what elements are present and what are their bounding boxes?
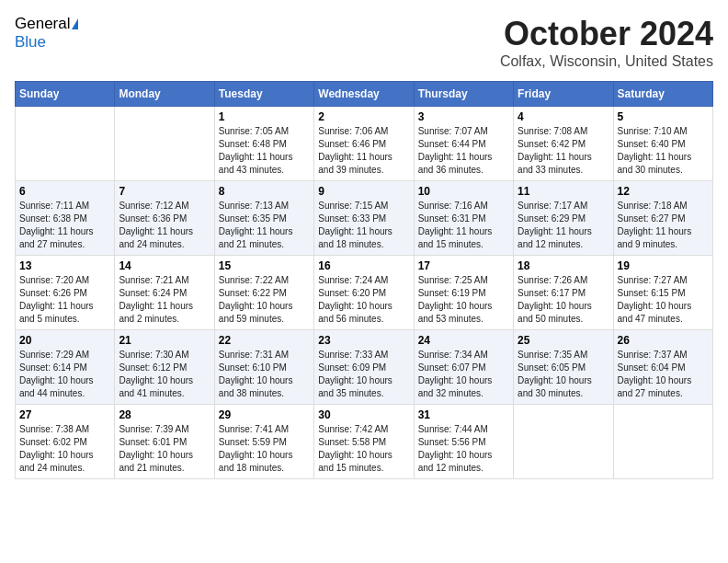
- day-number: 16: [318, 259, 409, 272]
- day-number: 21: [119, 334, 210, 347]
- day-cell: 9Sunrise: 7:15 AM Sunset: 6:33 PM Daylig…: [314, 181, 414, 256]
- day-cell: 31Sunrise: 7:44 AM Sunset: 5:56 PM Dayli…: [414, 405, 513, 479]
- day-info: Sunrise: 7:34 AM Sunset: 6:07 PM Dayligh…: [418, 349, 509, 400]
- day-cell: 22Sunrise: 7:31 AM Sunset: 6:10 PM Dayli…: [214, 330, 313, 405]
- day-cell: 23Sunrise: 7:33 AM Sunset: 6:09 PM Dayli…: [314, 330, 414, 405]
- logo-triangle-icon: [72, 18, 78, 29]
- day-info: Sunrise: 7:21 AM Sunset: 6:24 PM Dayligh…: [119, 274, 210, 326]
- day-cell: 28Sunrise: 7:39 AM Sunset: 6:01 PM Dayli…: [115, 405, 214, 479]
- day-cell: [16, 107, 115, 181]
- day-number: 4: [518, 110, 609, 123]
- day-cell: 25Sunrise: 7:35 AM Sunset: 6:05 PM Dayli…: [514, 330, 613, 405]
- day-number: 6: [19, 185, 110, 198]
- header-cell-friday: Friday: [514, 82, 613, 107]
- day-number: 25: [518, 334, 609, 347]
- day-number: 14: [119, 259, 210, 272]
- logo-blue-text: Blue: [15, 33, 78, 52]
- title-block: October 2024 Colfax, Wisconsin, United S…: [500, 15, 713, 70]
- day-cell: 1Sunrise: 7:05 AM Sunset: 6:48 PM Daylig…: [214, 107, 313, 181]
- day-info: Sunrise: 7:16 AM Sunset: 6:31 PM Dayligh…: [418, 200, 509, 251]
- day-cell: 16Sunrise: 7:24 AM Sunset: 6:20 PM Dayli…: [314, 256, 414, 330]
- header-cell-wednesday: Wednesday: [314, 82, 414, 107]
- day-info: Sunrise: 7:12 AM Sunset: 6:36 PM Dayligh…: [119, 200, 210, 251]
- day-number: 23: [318, 334, 409, 347]
- day-cell: [613, 405, 712, 479]
- day-cell: 15Sunrise: 7:22 AM Sunset: 6:22 PM Dayli…: [214, 256, 313, 330]
- day-cell: 5Sunrise: 7:10 AM Sunset: 6:40 PM Daylig…: [613, 107, 712, 181]
- day-info: Sunrise: 7:29 AM Sunset: 6:14 PM Dayligh…: [19, 349, 110, 400]
- day-number: 28: [119, 408, 210, 421]
- week-row-2: 6Sunrise: 7:11 AM Sunset: 6:38 PM Daylig…: [16, 181, 713, 256]
- day-number: 10: [418, 185, 509, 198]
- week-row-3: 13Sunrise: 7:20 AM Sunset: 6:26 PM Dayli…: [16, 256, 713, 330]
- day-info: Sunrise: 7:37 AM Sunset: 6:04 PM Dayligh…: [618, 349, 709, 400]
- day-cell: [514, 405, 613, 479]
- day-cell: 19Sunrise: 7:27 AM Sunset: 6:15 PM Dayli…: [613, 256, 712, 330]
- day-number: 18: [518, 259, 609, 272]
- day-cell: 20Sunrise: 7:29 AM Sunset: 6:14 PM Dayli…: [16, 330, 115, 405]
- day-number: 1: [219, 110, 310, 123]
- day-number: 12: [618, 185, 709, 198]
- day-number: 8: [219, 185, 310, 198]
- day-cell: [115, 107, 214, 181]
- day-cell: 6Sunrise: 7:11 AM Sunset: 6:38 PM Daylig…: [16, 181, 115, 256]
- day-info: Sunrise: 7:26 AM Sunset: 6:17 PM Dayligh…: [518, 274, 609, 326]
- day-info: Sunrise: 7:17 AM Sunset: 6:29 PM Dayligh…: [518, 200, 609, 251]
- calendar-table: SundayMondayTuesdayWednesdayThursdayFrid…: [15, 81, 713, 479]
- day-info: Sunrise: 7:18 AM Sunset: 6:27 PM Dayligh…: [618, 200, 709, 251]
- day-info: Sunrise: 7:31 AM Sunset: 6:10 PM Dayligh…: [219, 349, 310, 400]
- day-cell: 26Sunrise: 7:37 AM Sunset: 6:04 PM Dayli…: [613, 330, 712, 405]
- day-info: Sunrise: 7:35 AM Sunset: 6:05 PM Dayligh…: [518, 349, 609, 400]
- day-cell: 27Sunrise: 7:38 AM Sunset: 6:02 PM Dayli…: [16, 405, 115, 479]
- page-subtitle: Colfax, Wisconsin, United States: [500, 53, 713, 70]
- day-cell: 13Sunrise: 7:20 AM Sunset: 6:26 PM Dayli…: [16, 256, 115, 330]
- day-number: 7: [119, 185, 210, 198]
- day-cell: 10Sunrise: 7:16 AM Sunset: 6:31 PM Dayli…: [414, 181, 513, 256]
- day-info: Sunrise: 7:15 AM Sunset: 6:33 PM Dayligh…: [318, 200, 409, 251]
- day-info: Sunrise: 7:08 AM Sunset: 6:42 PM Dayligh…: [518, 125, 609, 177]
- day-number: 22: [219, 334, 310, 347]
- day-number: 13: [19, 259, 110, 272]
- day-number: 9: [318, 185, 409, 198]
- day-number: 29: [219, 408, 310, 421]
- day-number: 26: [618, 334, 709, 347]
- day-number: 3: [418, 110, 509, 123]
- day-number: 5: [618, 110, 709, 123]
- page-title: October 2024: [500, 15, 713, 53]
- header-cell-thursday: Thursday: [414, 82, 513, 107]
- day-cell: 2Sunrise: 7:06 AM Sunset: 6:46 PM Daylig…: [314, 107, 414, 181]
- day-info: Sunrise: 7:33 AM Sunset: 6:09 PM Dayligh…: [318, 349, 409, 400]
- day-cell: 7Sunrise: 7:12 AM Sunset: 6:36 PM Daylig…: [115, 181, 214, 256]
- day-info: Sunrise: 7:25 AM Sunset: 6:19 PM Dayligh…: [418, 274, 509, 326]
- day-info: Sunrise: 7:07 AM Sunset: 6:44 PM Dayligh…: [418, 125, 509, 177]
- calendar-body: 1Sunrise: 7:05 AM Sunset: 6:48 PM Daylig…: [16, 107, 713, 479]
- header-row: SundayMondayTuesdayWednesdayThursdayFrid…: [16, 82, 713, 107]
- day-info: Sunrise: 7:10 AM Sunset: 6:40 PM Dayligh…: [618, 125, 709, 177]
- day-cell: 21Sunrise: 7:30 AM Sunset: 6:12 PM Dayli…: [115, 330, 214, 405]
- day-cell: 11Sunrise: 7:17 AM Sunset: 6:29 PM Dayli…: [514, 181, 613, 256]
- header-cell-saturday: Saturday: [613, 82, 712, 107]
- week-row-5: 27Sunrise: 7:38 AM Sunset: 6:02 PM Dayli…: [16, 405, 713, 479]
- day-number: 17: [418, 259, 509, 272]
- logo: General Blue: [15, 15, 78, 52]
- logo-general-text: General: [15, 15, 70, 33]
- header-cell-tuesday: Tuesday: [214, 82, 313, 107]
- calendar-header: SundayMondayTuesdayWednesdayThursdayFrid…: [16, 82, 713, 107]
- day-cell: 4Sunrise: 7:08 AM Sunset: 6:42 PM Daylig…: [514, 107, 613, 181]
- week-row-1: 1Sunrise: 7:05 AM Sunset: 6:48 PM Daylig…: [16, 107, 713, 181]
- day-cell: 14Sunrise: 7:21 AM Sunset: 6:24 PM Dayli…: [115, 256, 214, 330]
- day-cell: 12Sunrise: 7:18 AM Sunset: 6:27 PM Dayli…: [613, 181, 712, 256]
- day-info: Sunrise: 7:24 AM Sunset: 6:20 PM Dayligh…: [318, 274, 409, 326]
- day-info: Sunrise: 7:38 AM Sunset: 6:02 PM Dayligh…: [19, 423, 110, 475]
- day-cell: 18Sunrise: 7:26 AM Sunset: 6:17 PM Dayli…: [514, 256, 613, 330]
- day-number: 2: [318, 110, 409, 123]
- day-number: 31: [418, 408, 509, 421]
- day-number: 11: [518, 185, 609, 198]
- day-cell: 24Sunrise: 7:34 AM Sunset: 6:07 PM Dayli…: [414, 330, 513, 405]
- day-cell: 17Sunrise: 7:25 AM Sunset: 6:19 PM Dayli…: [414, 256, 513, 330]
- day-cell: 8Sunrise: 7:13 AM Sunset: 6:35 PM Daylig…: [214, 181, 313, 256]
- day-cell: 3Sunrise: 7:07 AM Sunset: 6:44 PM Daylig…: [414, 107, 513, 181]
- page-header: General Blue October 2024 Colfax, Wiscon…: [15, 15, 713, 70]
- header-cell-sunday: Sunday: [16, 82, 115, 107]
- day-number: 20: [19, 334, 110, 347]
